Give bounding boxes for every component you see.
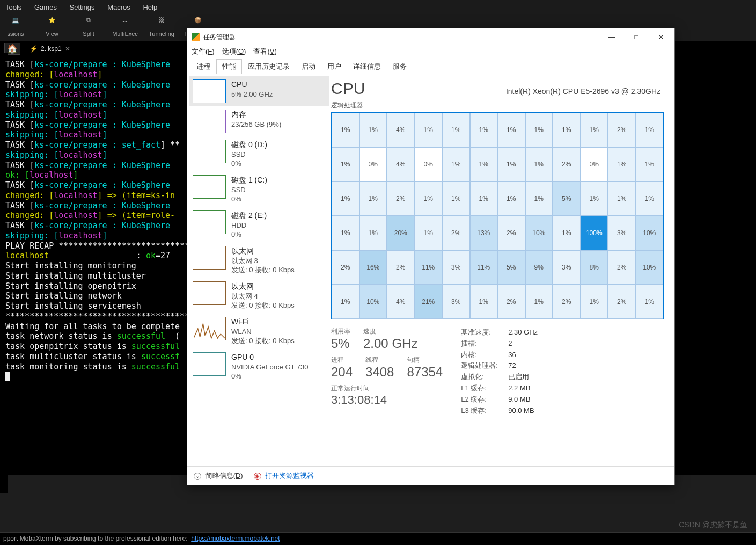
cpu-cell-2-0: 1% [332, 181, 359, 216]
brief-info-link[interactable]: ⌄ 简略信息(D) [194, 471, 243, 481]
moba-tab-ksp1[interactable]: ⚡ 2. ksp1 ✕ [24, 43, 76, 54]
info-row: L1 缓存:2.2 MB [461, 383, 538, 394]
tm-menubar: 文件(F)选项(O)查看(V) [187, 46, 674, 59]
cpu-cell-3-7: 10% [525, 216, 553, 250]
cpu-cell-0-8: 1% [553, 113, 581, 147]
bolt-icon: ⚡ [30, 45, 38, 53]
cpu-cell-4-10: 2% [608, 250, 636, 285]
disk-thumb-icon [193, 210, 226, 234]
watermark: CSDN @虎鲸不是鱼 [679, 520, 747, 530]
moba-menubar: Tools Games Settings Macros Help [0, 0, 756, 14]
tool-view[interactable]: ⭐View [36, 17, 68, 37]
cpu-cell-4-0: 2% [332, 250, 359, 285]
cpu-cell-5-3: 21% [415, 285, 443, 319]
tm-menu-V[interactable]: 查看(V) [253, 47, 276, 55]
close-icon[interactable]: ✕ [65, 45, 70, 53]
tm-tab-4[interactable]: 用户 [321, 59, 347, 74]
cpu-cell-1-7: 1% [525, 147, 553, 181]
tm-menu-F[interactable]: 文件(F) [192, 47, 215, 55]
sidebar-cpu-0[interactable]: CPU5% 2.00 GHz [189, 76, 329, 106]
moba-upgrade-link[interactable]: https://mobaxterm.mobatek.net [191, 535, 280, 542]
uptime-value: 3:13:08:14 [331, 393, 443, 407]
info-row: 内核:36 [461, 350, 538, 361]
cpu-cell-5-5: 1% [470, 285, 498, 319]
tm-tab-1[interactable]: 性能 [216, 59, 242, 74]
cpu-cell-3-6: 2% [497, 216, 525, 250]
sidebar-wifi-7[interactable]: Wi-FiWLAN发送: 0 接收: 0 Kbps [189, 314, 329, 349]
cpu-cell-1-11: 1% [636, 147, 664, 181]
moba-menu-games[interactable]: Games [34, 3, 57, 11]
tool-multiexec[interactable]: ☷MultiExec [109, 17, 141, 37]
tool-tunneling[interactable]: ⛓Tunneling [146, 17, 177, 37]
cpu-cell-3-10: 3% [608, 216, 636, 250]
cpu-cell-5-11: 1% [636, 285, 664, 319]
cpu-cell-3-5: 13% [470, 216, 498, 250]
info-row: 基准速度:2.30 GHz [461, 327, 538, 338]
sidebar-gpu-8[interactable]: GPU 0NVIDIA GeForce GT 7300% [189, 349, 329, 384]
cpu-cell-1-4: 1% [442, 147, 470, 181]
moba-menu-macros[interactable]: Macros [107, 3, 130, 11]
cpu-cell-0-5: 1% [470, 113, 498, 147]
sidebar-net-6[interactable]: 以太网以太网 4发送: 0 接收: 0 Kbps [189, 278, 329, 314]
tm-tabs: 进程性能应用历史记录启动用户详细信息服务 [187, 59, 674, 74]
tm-tab-3[interactable]: 启动 [296, 59, 321, 74]
cpu-cell-4-1: 16% [359, 250, 387, 285]
tm-tab-6[interactable]: 服务 [387, 59, 413, 74]
cpu-cell-5-4: 3% [442, 285, 470, 319]
stat-handle-value: 87354 [407, 365, 443, 380]
net-thumb-icon [193, 246, 226, 270]
cpu-cell-1-9: 0% [581, 147, 608, 181]
moba-menu-settings[interactable]: Settings [70, 3, 95, 11]
tm-titlebar[interactable]: 任务管理器 — □ ✕ [187, 28, 674, 46]
minimize-button[interactable]: — [599, 29, 624, 45]
cpu-cell-4-3: 11% [415, 250, 443, 285]
sidebar-disk-2[interactable]: 磁盘 0 (D:)SSD0% [189, 136, 329, 172]
cpu-cell-4-5: 11% [470, 250, 498, 285]
logical-processor-grid: 1%1%4%1%1%1%1%1%1%1%2%1%1%0%4%0%1%1%1%1%… [331, 112, 664, 319]
tm-tab-5[interactable]: 详细信息 [347, 59, 387, 74]
cpu-cell-5-10: 2% [608, 285, 636, 319]
stat-speed-value: 2.00 GHz [363, 336, 417, 351]
cpu-cell-2-3: 1% [415, 181, 443, 216]
moba-menu-tools[interactable]: Tools [5, 3, 21, 11]
info-row: 插槽:2 [461, 338, 538, 350]
tool-sessions[interactable]: 💻ssions [0, 17, 31, 37]
cpu-cell-3-11: 10% [636, 216, 664, 250]
cpu-cell-1-10: 1% [608, 147, 636, 181]
cpu-thumb-icon [193, 79, 226, 103]
cpu-cell-5-2: 4% [387, 285, 415, 319]
tm-tab-2[interactable]: 应用历史记录 [242, 59, 296, 74]
mem-thumb-icon [193, 110, 226, 133]
close-button[interactable]: ✕ [649, 29, 673, 45]
cpu-cell-2-7: 1% [525, 181, 553, 216]
cpu-cell-0-1: 1% [359, 113, 387, 147]
tm-menu-O[interactable]: 选项(O) [222, 47, 246, 55]
cpu-cell-3-8: 1% [553, 216, 581, 250]
gpu-thumb-icon [193, 352, 226, 376]
sidebar-disk-3[interactable]: 磁盘 1 (C:)SSD0% [189, 172, 329, 207]
cpu-cell-3-0: 1% [332, 216, 359, 250]
moba-statusbar: pport MobaXterm by subscribing to the pr… [0, 532, 756, 545]
stat-util-value: 5% [331, 336, 350, 351]
cpu-cell-4-8: 3% [553, 250, 581, 285]
moba-menu-help[interactable]: Help [143, 3, 157, 11]
cpu-cell-3-3: 1% [415, 216, 443, 250]
cpu-cell-0-6: 1% [497, 113, 525, 147]
cpu-cell-5-6: 2% [497, 285, 525, 319]
tm-sidebar: CPU5% 2.00 GHz内存23/256 GB (9%)磁盘 0 (D:)S… [187, 74, 331, 466]
sidebar-mem-1[interactable]: 内存23/256 GB (9%) [189, 106, 329, 136]
maximize-button[interactable]: □ [624, 29, 649, 45]
cpu-cell-1-3: 0% [415, 147, 443, 181]
stat-thread-label: 线程 [365, 355, 394, 365]
cpu-cell-0-10: 2% [608, 113, 636, 147]
cpu-cell-5-7: 1% [525, 285, 553, 319]
open-resource-monitor-link[interactable]: ◉ 打开资源监视器 [254, 471, 314, 481]
wifi-thumb-icon [193, 317, 226, 340]
sidebar-net-5[interactable]: 以太网以太网 3发送: 0 接收: 0 Kbps [189, 243, 329, 278]
cpu-cell-3-9: 100% [581, 216, 608, 250]
cpu-model: Intel(R) Xeon(R) CPU E5-2696 v3 @ 2.30GH… [506, 87, 660, 96]
tool-split[interactable]: ⧉Split [73, 17, 104, 37]
collapse-icon: ⌄ [194, 473, 201, 480]
tm-tab-0[interactable]: 进程 [190, 59, 216, 74]
sidebar-disk-4[interactable]: 磁盘 2 (E:)HDD0% [189, 207, 329, 243]
